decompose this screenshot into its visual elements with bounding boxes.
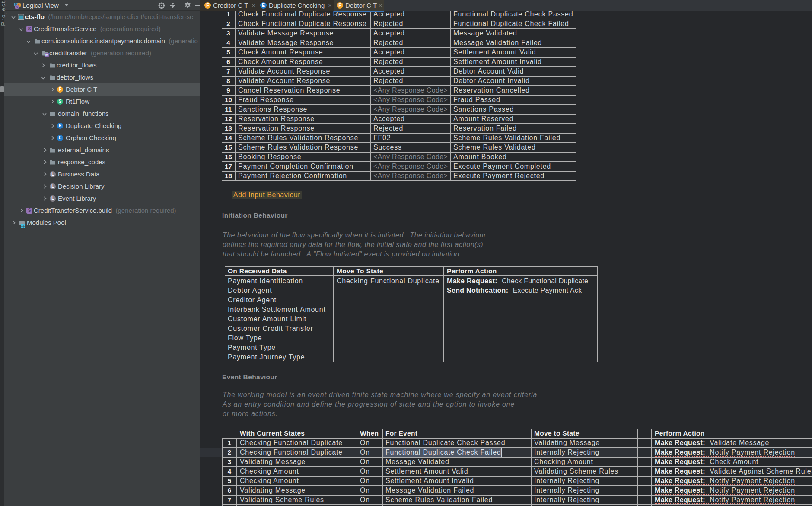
svg-text:S: S [16, 6, 18, 9]
